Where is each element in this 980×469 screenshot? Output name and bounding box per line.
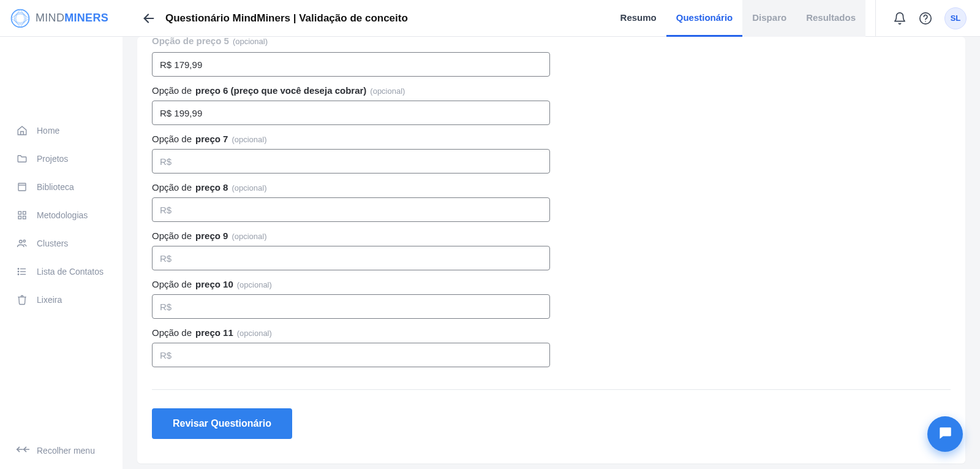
grid-icon	[16, 210, 28, 221]
price-option-10-group: Opção de preço 10 (opcional)	[152, 279, 951, 319]
price-option-7-input[interactable]	[152, 149, 550, 173]
price-option-5-label: Opção de preço 5 (opcional)	[152, 37, 951, 46]
svg-point-18	[18, 274, 19, 275]
sidebar-item-metodologias[interactable]: Metodologias	[0, 201, 123, 229]
brand-name-part2: MINERS	[64, 12, 108, 24]
sidebar-collapse-label: Recolher menu	[37, 446, 95, 456]
questionnaire-card: Opção de preço 5 (opcional) Opção de pre…	[137, 37, 965, 463]
tab-questionario[interactable]: Questionário	[666, 0, 743, 37]
sidebar-item-label: Home	[37, 126, 59, 135]
svg-point-17	[18, 271, 19, 272]
label-prefix: Opção de	[152, 134, 192, 144]
label-optional: (opcional)	[233, 37, 268, 46]
label-bold: preço 10	[195, 279, 233, 289]
svg-point-11	[20, 240, 23, 243]
label-optional: (opcional)	[370, 86, 405, 96]
chat-fab[interactable]	[927, 416, 963, 452]
main-content: Opção de preço 5 (opcional) Opção de pre…	[123, 37, 980, 469]
sidebar-item-label: Clusters	[37, 238, 68, 248]
price-option-8-input[interactable]	[152, 197, 550, 222]
price-option-5-group: Opção de preço 5 (opcional)	[152, 37, 951, 77]
price-option-9-group: Opção de preço 9 (opcional)	[152, 231, 951, 270]
sidebar-item-home[interactable]: Home	[0, 116, 123, 145]
brand-name: MINDMINERS	[36, 12, 108, 25]
review-questionnaire-button[interactable]: Revisar Questionário	[152, 408, 292, 439]
label-prefix: Opção de	[152, 279, 192, 289]
notifications-icon[interactable]	[893, 12, 907, 25]
price-option-9-label: Opção de preço 9 (opcional)	[152, 231, 951, 241]
label-prefix: Opção de	[152, 327, 192, 338]
brand-mark-icon	[10, 8, 31, 29]
book-icon	[16, 181, 28, 193]
label-optional: (opcional)	[232, 135, 266, 144]
price-option-5-input[interactable]	[152, 52, 550, 77]
label-bold: preço 11	[195, 327, 233, 338]
header-title-area: Questionário MindMiners | Validação de c…	[123, 12, 408, 25]
sidebar-item-label: Lixeira	[37, 295, 62, 305]
sidebar-item-clusters[interactable]: Clusters	[0, 229, 123, 257]
price-option-11-label: Opção de preço 11 (opcional)	[152, 327, 951, 338]
chat-icon	[937, 425, 953, 443]
label-optional: (opcional)	[237, 329, 272, 338]
header-tabs: Resumo Questionário Disparo Resultados	[611, 0, 865, 37]
sidebar-item-projetos[interactable]: Projetos	[0, 145, 123, 173]
svg-point-16	[18, 269, 19, 270]
price-option-11-group: Opção de preço 11 (opcional)	[152, 327, 951, 367]
price-option-6-group: Opção de preço 6 (preço que você deseja …	[152, 85, 951, 125]
sidebar-item-label: Biblioteca	[37, 182, 74, 192]
label-bold: Opção de preço 5	[152, 37, 229, 46]
price-option-7-group: Opção de preço 7 (opcional)	[152, 134, 951, 173]
price-option-9-input[interactable]	[152, 246, 550, 270]
price-option-8-label: Opção de preço 8 (opcional)	[152, 182, 951, 193]
label-optional: (opcional)	[232, 183, 266, 193]
form-divider	[152, 389, 951, 390]
svg-point-1	[15, 12, 26, 24]
label-prefix: Opção de	[152, 85, 192, 96]
home-icon	[16, 125, 28, 136]
sidebar-item-lixeira[interactable]: Lixeira	[0, 286, 123, 314]
sidebar-item-label: Lista de Contatos	[37, 267, 104, 276]
sidebar-collapse[interactable]: Recolher menu	[0, 434, 123, 469]
app-header: MINDMINERS Questionário MindMiners | Val…	[0, 0, 980, 37]
label-optional: (opcional)	[237, 280, 272, 289]
price-option-6-input[interactable]	[152, 101, 550, 125]
label-optional: (opcional)	[232, 232, 266, 241]
label-prefix: Opção de	[152, 182, 192, 193]
svg-rect-9	[18, 216, 21, 219]
header-utilities: SL	[875, 0, 980, 37]
price-option-8-group: Opção de preço 8 (opcional)	[152, 182, 951, 222]
price-option-11-input[interactable]	[152, 343, 550, 367]
sidebar-item-label: Projetos	[37, 154, 68, 164]
svg-rect-7	[18, 212, 21, 215]
brand-logo[interactable]: MINDMINERS	[0, 8, 123, 29]
svg-rect-8	[23, 212, 26, 215]
price-option-6-label: Opção de preço 6 (preço que você deseja …	[152, 85, 951, 96]
sidebar: Home Projetos Biblioteca Metodologias Cl…	[0, 37, 123, 469]
help-icon[interactable]	[919, 12, 932, 25]
tab-resultados: Resultados	[796, 0, 865, 37]
label-bold: preço 8	[195, 182, 228, 193]
sidebar-item-label: Metodologias	[37, 210, 88, 220]
back-arrow-icon[interactable]	[142, 12, 156, 25]
price-option-10-input[interactable]	[152, 294, 550, 319]
trash-icon	[16, 294, 28, 305]
users-icon	[16, 238, 28, 249]
label-bold: preço 6 (preço que você deseja cobrar)	[195, 85, 366, 96]
price-option-7-label: Opção de preço 7 (opcional)	[152, 134, 951, 144]
svg-rect-5	[18, 183, 26, 191]
tab-disparo: Disparo	[742, 0, 796, 37]
tab-resumo[interactable]: Resumo	[611, 0, 666, 37]
label-bold: preço 7	[195, 134, 228, 144]
list-icon	[16, 266, 28, 277]
svg-point-3	[920, 12, 931, 23]
svg-point-12	[23, 240, 25, 242]
svg-point-0	[12, 9, 29, 27]
sidebar-item-biblioteca[interactable]: Biblioteca	[0, 173, 123, 201]
user-avatar[interactable]: SL	[944, 7, 967, 29]
label-bold: preço 9	[195, 231, 228, 241]
page-title: Questionário MindMiners | Validação de c…	[165, 12, 408, 25]
folder-icon	[16, 153, 28, 164]
sidebar-item-contatos[interactable]: Lista de Contatos	[0, 257, 123, 286]
brand-name-part1: MIND	[36, 12, 64, 24]
label-prefix: Opção de	[152, 231, 192, 241]
